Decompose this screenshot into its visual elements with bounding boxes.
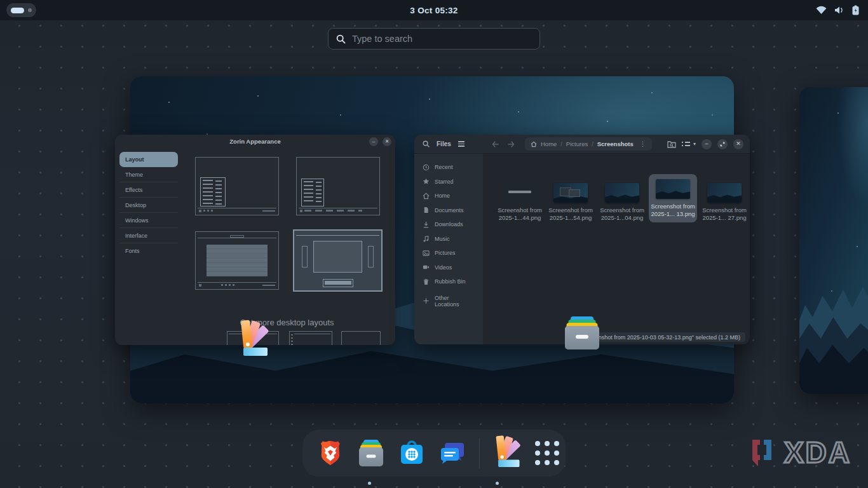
nav-item-effects[interactable]: Effects <box>119 182 178 198</box>
minimize-button[interactable]: – <box>369 137 378 146</box>
file-item[interactable]: Screenshot from 2025-1...44.png <box>496 178 544 226</box>
dock-separator <box>479 438 480 468</box>
kebab-menu-icon[interactable]: ⋮ <box>640 140 646 147</box>
status-bar: "Screenshot from 2025-10-03 05-32-13.png… <box>576 332 745 342</box>
picture-icon <box>423 250 430 257</box>
brave-icon <box>316 439 344 467</box>
swatch-blue <box>243 348 268 356</box>
xda-watermark: XDA <box>746 436 851 469</box>
back-icon[interactable] <box>492 141 499 147</box>
dock-item-files[interactable] <box>357 439 385 467</box>
file-item-selected[interactable]: Screenshot from 2025-1... 13.png <box>649 174 697 222</box>
sidebar-item-music[interactable]: Music <box>414 232 483 247</box>
files-icon <box>359 440 383 466</box>
breadcrumb-home[interactable]: Home <box>541 140 557 147</box>
workspace-preview-next[interactable] <box>799 87 868 394</box>
zorin-appearance-window[interactable]: Zorin Appearance – ✕ Layout Theme Effect… <box>115 135 395 345</box>
sidebar-label: Starred <box>435 179 454 185</box>
sidebar-item-other-locations[interactable]: Other Locations <box>414 294 483 309</box>
appearance-nav: Layout Theme Effects Desktop Windows Int… <box>119 152 178 259</box>
dock-item-messages[interactable] <box>438 439 466 467</box>
software-store-icon <box>398 439 426 467</box>
breadcrumb-separator: / <box>560 141 562 147</box>
layout-topbar-glyph <box>198 234 276 238</box>
sidebar-item-rubbish-bin[interactable]: Rubbish Bin <box>414 274 483 289</box>
nav-item-interface[interactable]: Interface <box>119 228 178 243</box>
dock-item-software[interactable] <box>398 439 426 467</box>
document-icon <box>423 207 430 214</box>
sidebar-item-pictures[interactable]: Pictures <box>414 246 483 261</box>
zorin-appearance-icon <box>494 440 519 467</box>
search-icon[interactable] <box>423 140 430 147</box>
close-button[interactable]: ✕ <box>733 139 743 149</box>
system-status-area[interactable] <box>816 0 859 20</box>
sidebar-label: Recent <box>435 164 453 170</box>
clock[interactable]: 3 Oct 05:32 <box>0 6 868 15</box>
app-title: Files <box>437 140 451 147</box>
layout-option-gnome-selected[interactable] <box>293 229 383 292</box>
sidebar-item-documents[interactable]: Documents <box>414 203 483 218</box>
search-folder-icon[interactable] <box>667 140 676 148</box>
file-item[interactable]: Screenshot from 2025-1... 27.png <box>700 178 749 226</box>
file-name: Screenshot from 2025-1...44.png <box>496 207 543 226</box>
layout-sidepanel-left-glyph <box>302 246 308 268</box>
menu-icon[interactable] <box>458 141 465 147</box>
nav-item-windows[interactable]: Windows <box>119 213 178 228</box>
top-bar: 3 Oct 05:32 <box>0 0 868 20</box>
minimize-button[interactable]: – <box>702 139 712 149</box>
layout-menu-glyph <box>200 177 226 207</box>
search-input[interactable] <box>352 34 532 44</box>
cabinet-body <box>565 326 599 349</box>
layout-option-appgrid[interactable] <box>195 231 279 290</box>
sidebar-label: Rubbish Bin <box>435 278 466 285</box>
view-toggle[interactable]: ▾ <box>682 141 696 147</box>
breadcrumb[interactable]: Home / Pictures / Screenshots ⋮ <box>525 137 652 151</box>
chevron-down-icon[interactable]: ▾ <box>693 141 696 147</box>
download-icon <box>423 221 430 228</box>
sidebar-item-downloads[interactable]: Downloads <box>414 217 483 232</box>
running-indicator-appearance <box>496 482 499 485</box>
sidebar-label: Other Locations <box>435 295 475 308</box>
forward-icon[interactable] <box>508 141 515 147</box>
sidebar-item-starred[interactable]: Starred <box>414 175 483 189</box>
file-item[interactable]: Screenshot from 2025-1...04.png <box>598 178 646 226</box>
app-grid-icon <box>533 439 561 467</box>
nav-item-layout[interactable]: Layout <box>119 152 178 167</box>
sidebar-item-home[interactable]: Home <box>414 189 483 203</box>
dock-item-show-applications[interactable] <box>533 439 561 467</box>
sidebar-item-recent[interactable]: Recent <box>414 160 483 175</box>
sidebar-label: Music <box>435 236 450 242</box>
breadcrumb-current[interactable]: Screenshots <box>597 140 634 147</box>
file-thumbnail <box>656 179 690 199</box>
restore-button[interactable] <box>717 139 728 149</box>
layout-option-taskbar-menu[interactable] <box>195 157 279 215</box>
files-app-icon[interactable] <box>565 316 599 349</box>
file-name: Screenshot from 2025-1...54.png <box>547 207 594 226</box>
layout-dock-glyph <box>323 279 353 287</box>
get-more-layouts-link[interactable]: Get more desktop layouts <box>179 318 395 327</box>
files-window[interactable]: Files Home / Pictures / Screenshots ⋮ <box>414 135 750 344</box>
zorin-appearance-app-icon[interactable] <box>238 320 273 356</box>
nav-item-fonts[interactable]: Fonts <box>119 243 178 259</box>
chat-icon <box>438 439 466 467</box>
dock-item-zorin-appearance[interactable] <box>492 439 520 467</box>
layout-option-partial-2[interactable] <box>289 331 332 345</box>
dock-item-brave[interactable] <box>316 439 344 467</box>
layout-option-partial-3[interactable] <box>341 331 381 345</box>
search-bar[interactable] <box>328 28 540 50</box>
layout-option-taskbar-windowlist[interactable] <box>296 157 380 215</box>
running-indicator-files <box>368 482 371 485</box>
file-item[interactable]: Screenshot from 2025-1...54.png <box>546 178 595 226</box>
xda-logo-text: XDA <box>784 438 851 467</box>
close-button[interactable]: ✕ <box>383 137 391 146</box>
breadcrumb-separator: / <box>592 141 593 147</box>
nav-item-theme[interactable]: Theme <box>119 167 178 182</box>
swatch-pin <box>246 342 250 346</box>
layout-menu-glyph <box>301 179 324 207</box>
layout-topbar-glyph <box>296 233 379 236</box>
sidebar-label: Home <box>435 193 450 199</box>
sidebar-item-videos[interactable]: Videos <box>414 261 483 275</box>
plus-icon <box>423 297 430 304</box>
breadcrumb-pictures[interactable]: Pictures <box>566 140 588 147</box>
nav-item-desktop[interactable]: Desktop <box>119 198 178 213</box>
